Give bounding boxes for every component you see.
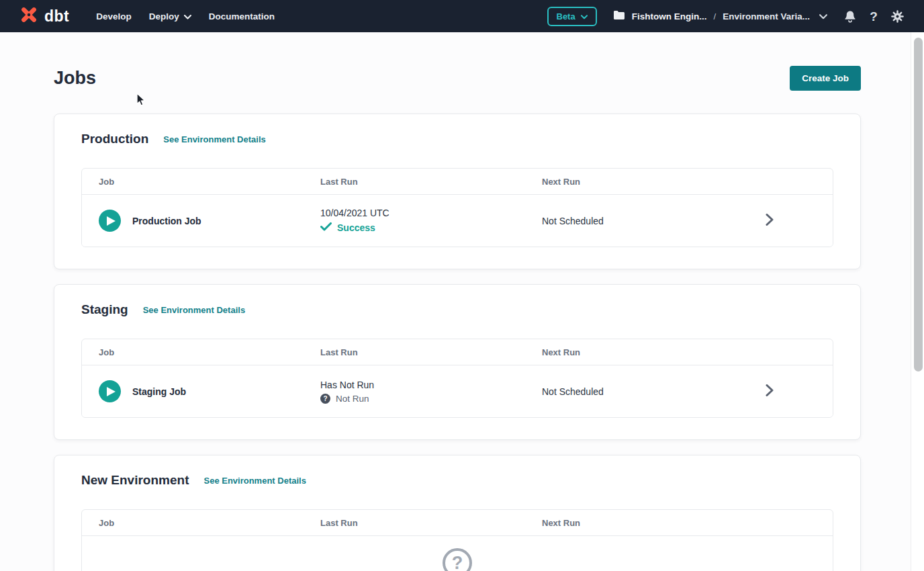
last-run-date: 10/04/2021 UTC xyxy=(320,208,542,218)
see-environment-details-link[interactable]: See Environment Details xyxy=(163,134,265,144)
column-header-last-run: Last Run xyxy=(320,518,542,528)
job-name: Production Job xyxy=(132,216,201,226)
main-content: Jobs Create Job Production See Environme… xyxy=(0,32,924,571)
breadcrumb-separator: / xyxy=(713,11,716,21)
nav-item-develop[interactable]: Develop xyxy=(96,11,132,21)
next-run-value: Not Scheduled xyxy=(542,386,816,397)
jobs-table: Job Last Run Next Run Staging Job Has No… xyxy=(81,339,833,418)
chevron-down-icon xyxy=(819,10,827,22)
column-header-job: Job xyxy=(99,347,320,357)
column-header-next-run: Next Run xyxy=(542,177,816,187)
dbt-logo[interactable]: dbt xyxy=(19,5,69,28)
top-navbar: dbt Develop Deploy Documentation Beta xyxy=(0,0,924,32)
jobs-table: Job Last Run Next Run Production Job 10/… xyxy=(81,168,833,247)
see-environment-details-link[interactable]: See Environment Details xyxy=(143,305,245,315)
column-header-job: Job xyxy=(99,518,320,528)
environment-name: Production xyxy=(81,132,148,146)
scrollbar-track[interactable] xyxy=(911,32,924,571)
nav-item-deploy[interactable]: Deploy xyxy=(149,11,191,21)
environment-name: New Environment xyxy=(81,473,189,488)
jobs-table: Job Last Run Next Run ? xyxy=(81,509,833,571)
status-badge: Success xyxy=(337,222,375,233)
help-icon[interactable]: ? xyxy=(867,9,880,23)
run-job-play-icon[interactable] xyxy=(99,210,121,232)
empty-state-question-icon: ? xyxy=(443,548,472,571)
next-run-value: Not Scheduled xyxy=(542,216,816,226)
breadcrumb-project: Fishtown Engin... xyxy=(632,11,707,21)
beta-dropdown[interactable]: Beta xyxy=(547,7,597,26)
job-name: Staging Job xyxy=(132,386,186,397)
column-header-last-run: Last Run xyxy=(320,347,542,357)
column-header-next-run: Next Run xyxy=(542,518,816,528)
status-badge: Not Run xyxy=(336,394,369,404)
job-row-staging[interactable]: Staging Job Has Not Run ? Not Run Not Sc… xyxy=(82,365,833,417)
chevron-right-icon[interactable] xyxy=(766,384,774,399)
chevron-right-icon[interactable] xyxy=(766,213,774,228)
environment-card-new-environment: New Environment See Environment Details … xyxy=(54,455,861,571)
check-icon xyxy=(320,222,332,234)
column-header-next-run: Next Run xyxy=(542,347,816,357)
job-row-production[interactable]: Production Job 10/04/2021 UTC Success No… xyxy=(82,195,833,247)
breadcrumb[interactable]: Fishtown Engin... / Environment Varia... xyxy=(613,10,827,23)
table-header-row: Job Last Run Next Run xyxy=(82,510,833,536)
see-environment-details-link[interactable]: See Environment Details xyxy=(203,476,306,486)
brand-text: dbt xyxy=(44,7,69,26)
bell-icon[interactable] xyxy=(843,9,857,23)
create-job-button[interactable]: Create Job xyxy=(790,66,861,91)
scrollbar-thumb[interactable] xyxy=(914,38,923,371)
column-header-job: Job xyxy=(99,177,320,187)
chevron-down-icon xyxy=(184,11,191,21)
table-header-row: Job Last Run Next Run xyxy=(82,339,833,365)
nav-item-documentation[interactable]: Documentation xyxy=(209,11,275,21)
gear-icon[interactable] xyxy=(890,9,904,23)
chevron-down-icon xyxy=(581,11,588,21)
environment-name: Staging xyxy=(81,302,128,317)
table-header-row: Job Last Run Next Run xyxy=(82,169,833,195)
environment-card-staging: Staging See Environment Details Job Last… xyxy=(54,284,861,440)
dbt-logo-icon xyxy=(19,5,39,28)
breadcrumb-page: Environment Varia... xyxy=(723,11,810,21)
empty-jobs-area: ? xyxy=(82,536,833,571)
folder-icon xyxy=(613,10,625,23)
environment-card-production: Production See Environment Details Job L… xyxy=(54,114,861,269)
last-run-date: Has Not Run xyxy=(320,380,542,390)
page-title: Jobs xyxy=(54,68,96,89)
column-header-last-run: Last Run xyxy=(320,177,542,187)
question-circle-icon: ? xyxy=(320,394,330,404)
run-job-play-icon[interactable] xyxy=(99,380,121,402)
